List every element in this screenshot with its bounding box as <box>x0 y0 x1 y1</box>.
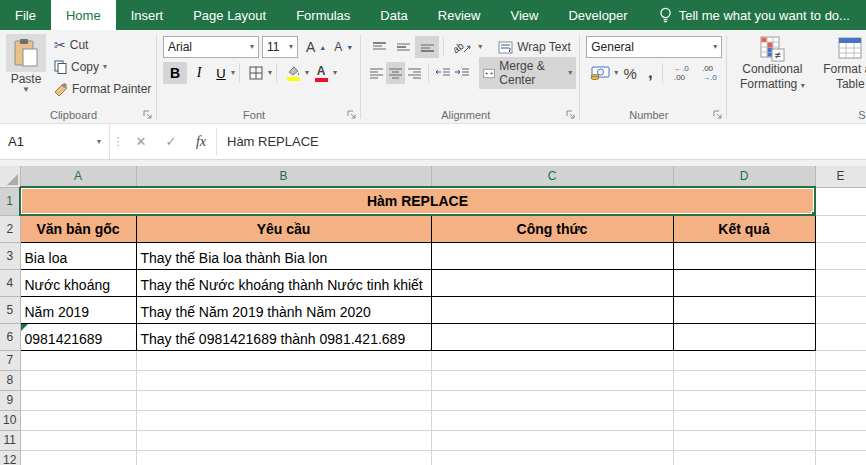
font-color-button[interactable]: A <box>309 62 333 84</box>
row-header-10[interactable]: 10 <box>0 410 20 430</box>
col-header-a[interactable]: A <box>20 166 136 187</box>
cell-c9[interactable] <box>431 390 673 410</box>
cell-d10[interactable] <box>673 410 815 430</box>
row-header-4[interactable]: 4 <box>0 269 20 296</box>
tab-home[interactable]: Home <box>51 0 116 30</box>
font-name-select[interactable]: Arial ▾ <box>163 36 259 58</box>
cell-d9[interactable] <box>673 390 815 410</box>
cell-e1[interactable] <box>815 187 866 215</box>
row-header-8[interactable]: 8 <box>0 370 20 390</box>
cell-c4[interactable] <box>431 269 673 296</box>
cell-b4[interactable]: Thay thế Nước khoáng thành Nước tinh khi… <box>136 269 431 296</box>
row-header-1[interactable]: 1 <box>0 187 20 215</box>
merge-center-button[interactable]: Merge & Center ▾ <box>479 57 576 89</box>
cell-a10[interactable] <box>20 410 136 430</box>
name-box[interactable]: A1 ▾ <box>0 124 110 159</box>
row-header-5[interactable]: 5 <box>0 296 20 323</box>
col-header-b[interactable]: B <box>136 166 431 187</box>
enter-button[interactable]: ✓ <box>156 124 186 159</box>
cell-a3[interactable]: Bia loa <box>20 242 136 269</box>
cell-a7[interactable] <box>20 350 136 370</box>
italic-button[interactable]: I <box>187 62 211 84</box>
row-header-7[interactable]: 7 <box>0 350 20 370</box>
cell-b5[interactable]: Thay thế Năm 2019 thành Năm 2020 <box>136 296 431 323</box>
font-dialog-launcher[interactable] <box>346 109 357 120</box>
cell-c6[interactable] <box>431 323 673 350</box>
row-header-6[interactable]: 6 <box>0 323 20 350</box>
cell-e12[interactable] <box>815 450 866 465</box>
font-color-dropdown-arrow[interactable]: ▾ <box>333 69 337 77</box>
orientation-dropdown-arrow[interactable]: ▾ <box>478 43 482 51</box>
number-dialog-launcher[interactable] <box>712 109 723 120</box>
cell-c3[interactable] <box>431 242 673 269</box>
increase-indent-button[interactable] <box>452 62 471 84</box>
cell-b6[interactable]: Thay thế 0981421689 thành 0981.421.689 <box>136 323 431 350</box>
paste-button[interactable]: Paste ▼ <box>6 34 46 105</box>
cell-c8[interactable] <box>431 370 673 390</box>
cell-b10[interactable] <box>136 410 431 430</box>
name-box-dropdown-arrow[interactable]: ▾ <box>97 138 101 146</box>
cell-a6[interactable]: 0981421689 <box>20 323 136 350</box>
cell-e8[interactable] <box>815 370 866 390</box>
cell-e9[interactable] <box>815 390 866 410</box>
cut-button[interactable]: ✂ Cut <box>50 34 155 56</box>
align-middle-button[interactable] <box>391 36 415 58</box>
cell-d11[interactable] <box>673 430 815 450</box>
decrease-decimal-button[interactable]: .00→.0 <box>695 62 723 84</box>
percent-style-button[interactable]: % <box>618 62 642 84</box>
cell-b2-header[interactable]: Yêu cầu <box>136 215 431 242</box>
cell-d2-header[interactable]: Kết quả <box>673 215 815 242</box>
borders-dropdown-arrow[interactable]: ▾ <box>268 69 272 77</box>
cell-c11[interactable] <box>431 430 673 450</box>
copy-dropdown-arrow[interactable]: ▾ <box>103 63 107 71</box>
insert-function-button[interactable]: fx <box>186 124 216 159</box>
cell-d5[interactable] <box>673 296 815 323</box>
row-header-9[interactable]: 9 <box>0 390 20 410</box>
number-format-select[interactable]: General ▾ <box>586 36 722 58</box>
cell-b3[interactable]: Thay thế Bia loa thành Bia lon <box>136 242 431 269</box>
conditional-formatting-button[interactable]: ≠ Conditional Formatting ▾ <box>733 34 811 105</box>
cell-b12[interactable] <box>136 450 431 465</box>
align-bottom-button[interactable] <box>415 36 439 58</box>
underline-button[interactable]: U <box>211 62 231 84</box>
cell-a4[interactable]: Nước khoáng <box>20 269 136 296</box>
cell-e10[interactable] <box>815 410 866 430</box>
cell-c5[interactable] <box>431 296 673 323</box>
tab-formulas[interactable]: Formulas <box>281 0 365 30</box>
grow-font-button[interactable]: A▲ <box>302 37 330 57</box>
accounting-format-button[interactable] <box>586 62 614 84</box>
increase-decimal-button[interactable]: ←.0.00 <box>667 62 695 84</box>
align-top-button[interactable] <box>367 36 391 58</box>
cell-a8[interactable] <box>20 370 136 390</box>
copy-button[interactable]: Copy ▾ <box>50 56 155 78</box>
orientation-button[interactable]: ab <box>448 36 478 58</box>
tell-me-box[interactable]: Tell me what you want to do... <box>649 0 860 30</box>
cell-b11[interactable] <box>136 430 431 450</box>
tab-data[interactable]: Data <box>365 0 422 30</box>
cell-e11[interactable] <box>815 430 866 450</box>
cell-a5[interactable]: Năm 2019 <box>20 296 136 323</box>
cell-b8[interactable] <box>136 370 431 390</box>
cell-c7[interactable] <box>431 350 673 370</box>
formula-input[interactable]: Hàm REPLACE <box>217 124 866 159</box>
align-left-button[interactable] <box>367 62 386 84</box>
cell-d4[interactable] <box>673 269 815 296</box>
wrap-text-button[interactable]: Wrap Text <box>494 38 575 56</box>
tab-review[interactable]: Review <box>423 0 496 30</box>
cell-e4[interactable] <box>815 269 866 296</box>
tab-file[interactable]: File <box>0 0 51 30</box>
row-header-2[interactable]: 2 <box>0 215 20 242</box>
cell-d8[interactable] <box>673 370 815 390</box>
decrease-indent-button[interactable] <box>433 62 452 84</box>
bold-button[interactable]: B <box>163 62 187 84</box>
alignment-dialog-launcher[interactable] <box>565 109 576 120</box>
cell-e2[interactable] <box>815 215 866 242</box>
cell-e5[interactable] <box>815 296 866 323</box>
cancel-button[interactable]: ✕ <box>126 124 156 159</box>
align-center-button[interactable] <box>386 62 405 84</box>
underline-dropdown-arrow[interactable]: ▾ <box>231 69 235 77</box>
fill-handle[interactable] <box>811 211 815 215</box>
cell-c12[interactable] <box>431 450 673 465</box>
col-header-e[interactable]: E <box>815 166 866 187</box>
cell-a12[interactable] <box>20 450 136 465</box>
